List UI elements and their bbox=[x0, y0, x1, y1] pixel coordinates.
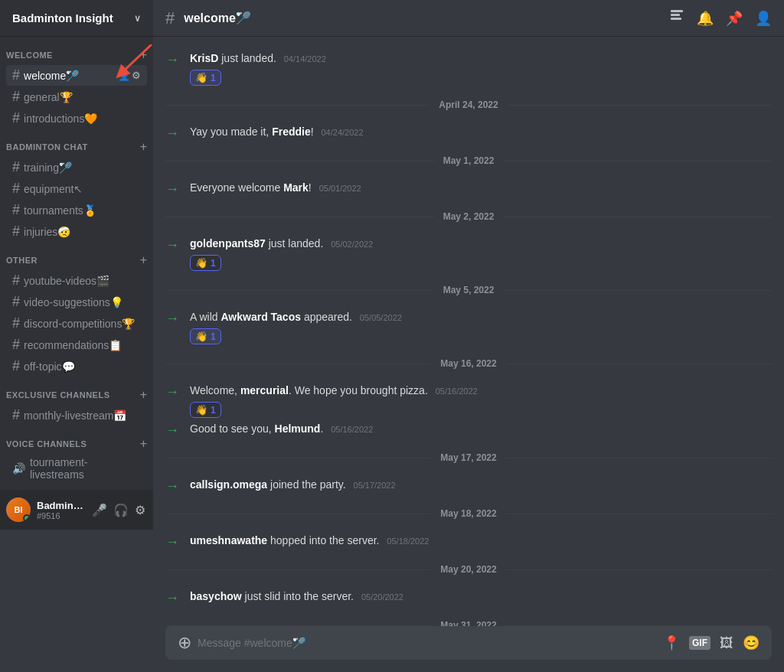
message-author: callsign.omega bbox=[190, 478, 267, 491]
reaction-button[interactable]: 👋 1 bbox=[190, 402, 221, 418]
section-voice-label[interactable]: VOICE CHANNELS bbox=[6, 439, 87, 449]
divider-line bbox=[506, 364, 772, 364]
section-welcome-add-icon[interactable]: + bbox=[140, 49, 147, 61]
date-divider-text: May 17, 2022 bbox=[431, 452, 505, 463]
message-text: callsign.omega joined the party. 05/17/2… bbox=[190, 478, 396, 491]
message-text: KrisD just landed. 04/14/2022 bbox=[190, 52, 326, 64]
message-text: Everyone welcome Mark! 05/01/2022 bbox=[190, 181, 361, 194]
reaction-button[interactable]: 👋 1 bbox=[190, 70, 221, 86]
section-voice: VOICE CHANNELS + 🔊 tournament-livestream… bbox=[0, 438, 153, 483]
message-content: umeshnawathe hopped into the server. 05/… bbox=[190, 533, 772, 549]
message-author: mercurial bbox=[240, 384, 289, 396]
channel-item-training[interactable]: # training🏸 bbox=[6, 157, 147, 178]
message-content: Everyone welcome Mark! 05/01/2022 bbox=[190, 180, 772, 196]
section-badminton-chat-label[interactable]: BADMINTON CHAT bbox=[6, 142, 88, 152]
section-voice-add-icon[interactable]: + bbox=[140, 438, 147, 450]
message-content: Good to see you, Helmund. 05/16/2022 bbox=[190, 421, 772, 437]
members-icon[interactable]: 👤 bbox=[755, 10, 772, 27]
channel-item-video-suggestions[interactable]: # video-suggestions💡 bbox=[6, 292, 147, 312]
message-input[interactable] bbox=[198, 637, 657, 649]
table-row: → umeshnawathe hopped into the server. 0… bbox=[153, 531, 784, 552]
headset-icon[interactable]: 🎧 bbox=[112, 501, 130, 519]
divider-line bbox=[165, 161, 434, 161]
messages-container: → KrisD just landed. 04/14/2022 👋 1 Apri… bbox=[153, 37, 784, 626]
sticker-icon[interactable]: 🖼 bbox=[720, 635, 733, 651]
hash-icon: # bbox=[12, 337, 20, 353]
reaction-count: 1 bbox=[211, 331, 216, 342]
channel-item-introductions[interactable]: # introductions🧡 bbox=[6, 108, 147, 129]
channel-item-off-topic[interactable]: # off-topic💬 bbox=[6, 356, 147, 377]
date-divider: May 20, 2022 bbox=[153, 558, 784, 581]
channel-item-recommendations[interactable]: # recommendations📋 bbox=[6, 334, 147, 355]
section-badminton-chat-header: BADMINTON CHAT + bbox=[0, 141, 153, 156]
reaction-count: 1 bbox=[211, 258, 216, 269]
channel-item-discord-competitions[interactable]: # discord-competitions🏆 bbox=[6, 313, 147, 334]
channel-name: discord-competitions🏆 bbox=[24, 318, 141, 330]
channel-item-equipment[interactable]: # equipment↖ bbox=[6, 178, 147, 199]
section-exclusive-label[interactable]: EXCLUSIVE CHANNELS bbox=[6, 390, 110, 400]
channel-item-monthly-livestream[interactable]: # monthly-livestream📅 bbox=[6, 405, 147, 426]
channel-item-welcome[interactable]: # welcome🏸 👤 ⚙ bbox=[6, 65, 147, 86]
emoji-icon[interactable]: 😊 bbox=[743, 634, 760, 651]
divider-line bbox=[506, 514, 772, 514]
message-author: goldenpants87 bbox=[190, 237, 266, 250]
join-arrow-icon: → bbox=[165, 534, 181, 550]
divider-line bbox=[165, 290, 434, 291]
hash-icon: # bbox=[12, 315, 20, 331]
input-right-icons: 📍 GIF 🖼 😊 bbox=[663, 634, 760, 651]
pin-icon[interactable]: 📌 bbox=[726, 10, 743, 27]
server-header[interactable]: Badminton Insight ∨ bbox=[0, 0, 153, 37]
message-text: basychow just slid into the server. 05/2… bbox=[190, 590, 403, 602]
settings-icon[interactable]: ⚙ bbox=[133, 501, 147, 519]
channel-name: introductions🧡 bbox=[24, 113, 141, 125]
mute-icon[interactable]: 🎤 bbox=[90, 501, 109, 519]
channel-name: youtube-videos🎬 bbox=[24, 275, 141, 287]
reaction-button[interactable]: 👋 1 bbox=[190, 255, 221, 271]
chat-channel-title: welcome🏸 bbox=[184, 11, 251, 25]
channel-item-tournaments[interactable]: # tournaments🏅 bbox=[6, 200, 147, 220]
voice-channel-tournament-livestreams[interactable]: 🔊 tournament-livestreams bbox=[6, 454, 147, 483]
table-row: → Yay you made it, Freddie! 04/24/2022 bbox=[153, 122, 784, 143]
threads-icon[interactable] bbox=[669, 8, 684, 28]
date-divider-text: May 18, 2022 bbox=[431, 508, 505, 519]
notification-icon[interactable]: 🔔 bbox=[697, 10, 714, 27]
table-row: → Good to see you, Helmund. 05/16/2022 bbox=[153, 419, 784, 440]
join-arrow-icon: → bbox=[165, 126, 181, 142]
sidebar-scroll: WELCOME + # welcome🏸 👤 ⚙ # general🏆 # bbox=[0, 37, 153, 490]
message-timestamp: 05/17/2022 bbox=[354, 481, 396, 490]
section-exclusive-add-icon[interactable]: + bbox=[140, 389, 147, 401]
section-welcome-label[interactable]: WELCOME bbox=[6, 51, 53, 60]
channel-name: monthly-livestream📅 bbox=[24, 409, 141, 422]
section-other-label[interactable]: OTHER bbox=[6, 256, 38, 265]
section-other-add-icon[interactable]: + bbox=[140, 254, 147, 266]
date-divider: May 16, 2022 bbox=[153, 352, 784, 375]
chat-area: # welcome🏸 🔔 📌 👤 → KrisD just landed. bbox=[153, 0, 784, 672]
speaker-icon: 🔊 bbox=[12, 462, 25, 475]
gif-icon[interactable]: GIF bbox=[689, 636, 710, 650]
add-attachment-icon[interactable]: ⊕ bbox=[178, 633, 191, 653]
server-chevron-icon: ∨ bbox=[134, 13, 141, 24]
message-timestamp: 04/24/2022 bbox=[322, 128, 364, 137]
section-badminton-chat: BADMINTON CHAT + # training🏸 # equipment… bbox=[0, 141, 153, 242]
divider-line bbox=[165, 458, 431, 458]
channel-action-icons: 👤 ⚙ bbox=[118, 70, 141, 81]
channel-item-injuries[interactable]: # injuries🤕 bbox=[6, 221, 147, 242]
location-icon[interactable]: 📍 bbox=[663, 634, 680, 651]
reaction-count: 1 bbox=[211, 405, 216, 416]
reaction-emoji: 👋 bbox=[195, 331, 207, 342]
message-author: Helmund bbox=[275, 422, 321, 435]
join-arrow-icon: → bbox=[165, 52, 181, 68]
section-badminton-add-icon[interactable]: + bbox=[140, 141, 147, 153]
hash-icon: # bbox=[12, 159, 20, 175]
section-exclusive: EXCLUSIVE CHANNELS + # monthly-livestrea… bbox=[0, 389, 153, 426]
message-text: A wild Awkward Tacos appeared. 05/05/202… bbox=[190, 311, 402, 323]
add-member-icon[interactable]: 👤 bbox=[118, 70, 130, 81]
divider-line bbox=[165, 105, 430, 106]
channel-item-youtube[interactable]: # youtube-videos🎬 bbox=[6, 270, 147, 291]
reaction-button[interactable]: 👋 1 bbox=[190, 328, 221, 344]
table-row: → Welcome, mercurial. We hope you brough… bbox=[153, 381, 784, 419]
gear-icon[interactable]: ⚙ bbox=[132, 70, 141, 81]
chat-header-icons: 🔔 📌 👤 bbox=[669, 8, 772, 28]
channel-item-general[interactable]: # general🏆 bbox=[6, 86, 147, 107]
join-arrow-icon: → bbox=[165, 478, 181, 494]
